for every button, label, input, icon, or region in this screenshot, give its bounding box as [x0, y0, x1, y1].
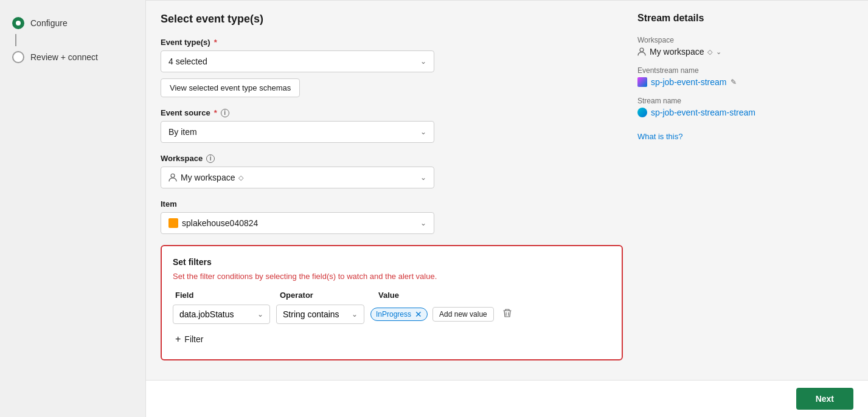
- configure-step-label: Configure: [30, 18, 68, 28]
- stream-details-title: Stream details: [637, 13, 805, 24]
- configure-step-dot: [12, 17, 24, 29]
- sidebar-item-review-connect[interactable]: Review + connect: [10, 46, 136, 68]
- event-source-chevron: ⌄: [420, 128, 426, 136]
- event-source-label: Event source * i: [161, 108, 623, 117]
- item-group: Item splakehouse040824 ⌄: [161, 199, 623, 234]
- workspace-detail-group: Workspace My workspace ◇ ⌄: [637, 36, 805, 57]
- stream-name-text: sp-job-event-stream-stream: [651, 108, 755, 117]
- field-value: data.jobStatus: [179, 309, 234, 319]
- field-dropdown[interactable]: data.jobStatus ⌄: [173, 305, 270, 324]
- workspace-dropdown[interactable]: My workspace ◇ ⌄: [161, 167, 434, 188]
- field-col-header: Field: [175, 291, 273, 300]
- workspace-info-icon[interactable]: i: [206, 154, 215, 163]
- person-icon: [168, 173, 177, 182]
- event-types-chevron: ⌄: [420, 57, 426, 66]
- value-tag: InProgress ✕: [370, 308, 428, 321]
- operator-chevron: ⌄: [352, 310, 358, 319]
- event-types-dropdown[interactable]: 4 selected ⌄: [161, 50, 434, 72]
- stream-name-detail-group: Stream name sp-job-event-stream-stream: [637, 97, 805, 117]
- operator-dropdown[interactable]: String contains ⌄: [276, 305, 364, 324]
- value-col-header: Value: [378, 291, 608, 300]
- event-source-group: Event source * i By item ⌄: [161, 108, 623, 143]
- item-dropdown[interactable]: splakehouse040824 ⌄: [161, 212, 434, 234]
- step-connector: [15, 34, 16, 46]
- trash-icon: [502, 308, 512, 318]
- filters-box: Set filters Set the filter conditions by…: [161, 245, 623, 360]
- workspace-detail-value: My workspace ◇ ⌄: [637, 47, 805, 57]
- next-button[interactable]: Next: [796, 388, 853, 410]
- stream-details-panel: Stream details Workspace My workspace ◇ …: [623, 13, 805, 368]
- filters-description: Set the filter conditions by selecting t…: [173, 272, 611, 281]
- svg-point-1: [640, 48, 644, 52]
- workspace-label: Workspace i: [161, 154, 623, 163]
- eventstream-name-text: sp-job-event-stream: [651, 77, 727, 87]
- delete-filter-button[interactable]: [500, 306, 515, 323]
- event-source-value: By item: [168, 127, 197, 137]
- event-types-value: 4 selected: [168, 57, 207, 66]
- field-chevron: ⌄: [257, 310, 263, 319]
- event-types-label: Event type(s) *: [161, 38, 623, 47]
- footer: Next: [146, 380, 868, 417]
- filters-title: Set filters: [173, 257, 611, 267]
- what-is-this-link[interactable]: What is this?: [637, 132, 682, 141]
- workspace-detail-label: Workspace: [637, 36, 805, 44]
- workspace-expand-icon[interactable]: ⌄: [716, 48, 721, 56]
- add-filter-button[interactable]: + Filter: [173, 330, 206, 348]
- content-wrapper: Select event type(s) Event type(s) * 4 s…: [146, 1, 868, 380]
- stream-name-value: sp-job-event-stream-stream: [637, 108, 805, 117]
- workspace-diamond-icon: ◇: [707, 48, 712, 56]
- item-value: splakehouse040824: [168, 218, 258, 228]
- sidebar: Configure Review + connect: [0, 0, 146, 417]
- form-section: Select event type(s) Event type(s) * 4 s…: [161, 13, 623, 368]
- eventstream-detail-value: sp-job-event-stream ✎: [637, 77, 805, 87]
- plus-icon: +: [175, 334, 181, 345]
- event-source-dropdown[interactable]: By item ⌄: [161, 121, 434, 143]
- lakehouse-icon: [168, 218, 178, 228]
- svg-point-0: [171, 174, 175, 177]
- add-value-button[interactable]: Add new value: [432, 307, 494, 322]
- view-schema-button[interactable]: View selected event type schemas: [161, 78, 300, 97]
- event-source-info-icon[interactable]: i: [221, 109, 229, 117]
- workspace-value: My workspace ◇: [168, 173, 243, 182]
- stream-name-label: Stream name: [637, 97, 805, 105]
- diamond-icon: ◇: [238, 174, 243, 182]
- event-source-required: *: [214, 108, 217, 117]
- required-star: *: [214, 38, 217, 47]
- operator-col-header: Operator: [280, 291, 371, 300]
- add-filter-label: Filter: [184, 334, 203, 344]
- sidebar-item-configure[interactable]: Configure: [10, 12, 136, 34]
- item-chevron: ⌄: [420, 219, 426, 227]
- operator-value: String contains: [283, 309, 339, 319]
- eventstream-icon: [637, 77, 647, 87]
- edit-icon[interactable]: ✎: [731, 78, 737, 86]
- filter-row: data.jobStatus ⌄ String contains ⌄ InPro…: [173, 305, 611, 324]
- workspace-group: Workspace i My workspace ◇ ⌄: [161, 154, 623, 188]
- stream-icon: [637, 108, 647, 117]
- workspace-detail-text: My workspace: [650, 47, 704, 57]
- main-content: Select event type(s) Event type(s) * 4 s…: [146, 0, 868, 417]
- review-step-label: Review + connect: [30, 52, 98, 62]
- item-label: Item: [161, 199, 623, 208]
- person-detail-icon: [637, 47, 646, 56]
- filters-header: Field Operator Value: [173, 291, 611, 300]
- eventstream-detail-group: Eventstream name sp-job-event-stream ✎: [637, 66, 805, 87]
- eventstream-detail-label: Eventstream name: [637, 66, 805, 75]
- value-tag-text: InProgress: [376, 310, 411, 319]
- workspace-chevron: ⌄: [420, 173, 426, 182]
- value-area: InProgress ✕ Add new value: [370, 307, 494, 322]
- event-types-group: Event type(s) * 4 selected ⌄ View select…: [161, 38, 623, 97]
- section-title: Select event type(s): [161, 13, 623, 26]
- review-step-dot: [12, 51, 24, 63]
- remove-value-icon[interactable]: ✕: [415, 310, 422, 319]
